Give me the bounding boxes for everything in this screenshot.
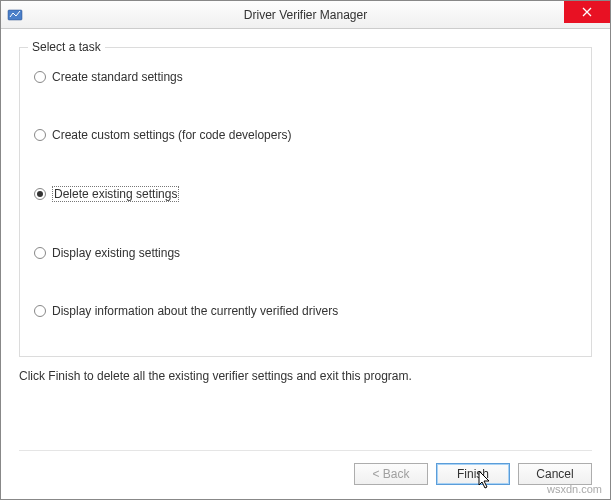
- back-button: < Back: [354, 463, 428, 485]
- radio-display-existing[interactable]: Display existing settings: [34, 246, 577, 260]
- window-title: Driver Verifier Manager: [1, 8, 610, 22]
- close-button[interactable]: [564, 1, 610, 23]
- radio-icon: [34, 247, 46, 259]
- radio-icon: [34, 129, 46, 141]
- cancel-button[interactable]: Cancel: [518, 463, 592, 485]
- content-area: Select a task Create standard settings C…: [1, 29, 610, 383]
- titlebar: Driver Verifier Manager: [1, 1, 610, 29]
- finish-button[interactable]: Finish: [436, 463, 510, 485]
- radio-icon: [34, 71, 46, 83]
- radio-label: Create custom settings (for code develop…: [52, 128, 291, 142]
- radio-label: Display existing settings: [52, 246, 180, 260]
- radio-create-custom[interactable]: Create custom settings (for code develop…: [34, 128, 577, 142]
- close-icon: [582, 5, 592, 20]
- radio-icon: [34, 188, 46, 200]
- radio-label: Delete existing settings: [52, 186, 179, 202]
- radio-label: Create standard settings: [52, 70, 183, 84]
- button-bar: < Back Finish Cancel: [19, 450, 592, 485]
- radio-label: Display information about the currently …: [52, 304, 338, 318]
- groupbox-label: Select a task: [28, 40, 105, 54]
- dialog-window: Driver Verifier Manager Select a task Cr…: [0, 0, 611, 500]
- instruction-text: Click Finish to delete all the existing …: [19, 369, 592, 383]
- task-groupbox: Select a task Create standard settings C…: [19, 47, 592, 357]
- radio-delete-existing[interactable]: Delete existing settings: [34, 186, 577, 202]
- radio-display-info[interactable]: Display information about the currently …: [34, 304, 577, 318]
- app-icon: [7, 7, 23, 23]
- radio-create-standard[interactable]: Create standard settings: [34, 70, 577, 84]
- radio-icon: [34, 305, 46, 317]
